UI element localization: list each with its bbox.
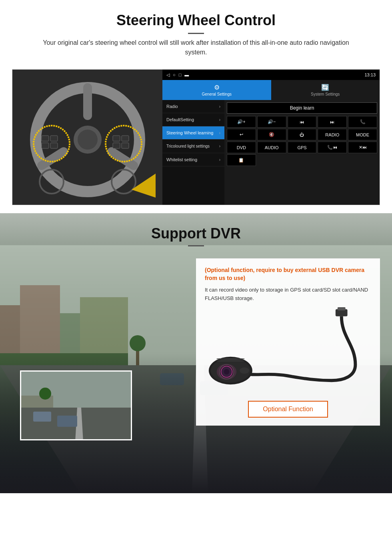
svg-rect-16 (122, 143, 129, 148)
steering-description: Your original car's steering wheel contr… (32, 38, 360, 57)
svg-rect-15 (113, 143, 120, 148)
menu-whitelist-label: Whitelist setting (166, 157, 197, 162)
vol-down-btn[interactable]: 🔊− (257, 116, 286, 128)
svg-rect-14 (122, 136, 129, 141)
mute-btn[interactable]: 🔇 (257, 129, 286, 140)
nav-menu[interactable]: ▬ (184, 72, 189, 78)
chevron-right-icon-3: › (219, 131, 220, 135)
title-divider (188, 33, 204, 34)
steering-photo (12, 70, 162, 205)
dvr-info-card: (Optional function, require to buy exter… (196, 258, 380, 426)
android-statusbar: ◁ ○ □ ▬ 13:13 (162, 70, 380, 80)
nav-back[interactable]: ◁ (166, 72, 170, 78)
dvd-btn[interactable]: DVD (227, 142, 256, 153)
tab-system-label: System Settings (311, 92, 340, 96)
svg-rect-13 (113, 136, 120, 141)
content-panel: Begin learn 🔊+ 🔊− ⏮ ⏭ 📞 ↩ 🔇 ⏻ RADIO MODE (224, 100, 380, 205)
mode-btn[interactable]: MODE (348, 129, 377, 140)
svg-rect-10 (50, 136, 58, 141)
chevron-right-icon-2: › (219, 118, 220, 122)
dvr-content-row: (Optional function, require to buy exter… (12, 258, 380, 440)
phone-next-btn[interactable]: ✕⏭ (348, 142, 377, 153)
dvr-description: It can record video only to storage in G… (205, 286, 371, 303)
chevron-right-icon-4: › (219, 144, 220, 148)
svg-rect-37 (57, 416, 77, 427)
menu-steering-label: Steering Wheel learning (166, 130, 213, 135)
chevron-right-icon-5: › (219, 158, 220, 162)
dvr-section: Support DVR (Optional function, require … (0, 213, 392, 493)
menu-radio[interactable]: Radio › (162, 100, 224, 113)
dvr-title-area: Support DVR (0, 213, 392, 250)
dvr-left-col (12, 258, 188, 440)
svg-point-51 (217, 364, 237, 380)
audio-btn[interactable]: AUDIO (257, 142, 286, 153)
svg-rect-12 (50, 143, 58, 148)
gps-btn[interactable]: GPS (288, 142, 317, 153)
steering-composite: ◁ ○ □ ▬ 13:13 ⚙ General Settings 🔄 Syste… (12, 69, 380, 205)
tab-general-label: General Settings (202, 92, 232, 96)
steering-section: Steering Wheel Control Your original car… (0, 0, 392, 205)
control-grid: 🔊+ 🔊− ⏮ ⏭ 📞 ↩ 🔇 ⏻ RADIO MODE DVD AUDIO G… (227, 116, 377, 166)
menu-list: Radio › DefaultSetting › Steering Wheel … (162, 100, 224, 205)
next-btn[interactable]: ⏭ (318, 116, 347, 128)
dvr-divider (188, 245, 204, 246)
gear-icon: ⚙ (214, 84, 220, 91)
dvr-optional-btn-row: Optional Function (205, 401, 371, 418)
phone-prev-btn[interactable]: 📞⏮ (318, 142, 347, 153)
dvr-title: Support DVR (0, 225, 392, 242)
phone-btn[interactable]: 📞 (348, 116, 377, 128)
vol-up-btn[interactable]: 🔊+ (227, 116, 256, 128)
android-screen: ◁ ○ □ ▬ 13:13 ⚙ General Settings 🔄 Syste… (162, 70, 380, 205)
svg-rect-41 (338, 307, 346, 310)
android-tabs: ⚙ General Settings 🔄 System Settings (162, 80, 380, 100)
prev-btn[interactable]: ⏮ (288, 116, 317, 128)
svg-rect-11 (42, 143, 49, 148)
chevron-right-icon: › (219, 104, 220, 109)
menu-default-label: DefaultSetting (166, 117, 194, 122)
svg-point-52 (240, 367, 249, 374)
hangup-btn[interactable]: ↩ (227, 129, 256, 140)
svg-point-6 (78, 130, 98, 150)
radio-btn[interactable]: RADIO (318, 129, 347, 140)
menu-tricoloured[interactable]: Tricoloured light settings › (162, 140, 224, 153)
svg-point-39 (39, 388, 51, 400)
dvr-optional-text: (Optional function, require to buy exter… (205, 266, 371, 282)
extra-btn[interactable]: 📋 (227, 154, 256, 166)
steering-title: Steering Wheel Control (8, 12, 384, 29)
menu-default-setting[interactable]: DefaultSetting › (162, 113, 224, 126)
dvr-thumbnail (20, 370, 132, 440)
menu-tricoloured-label: Tricoloured light settings (166, 144, 210, 149)
menu-radio-label: Radio (166, 104, 178, 109)
menu-whitelist[interactable]: Whitelist setting › (162, 153, 224, 166)
svg-rect-9 (42, 136, 49, 141)
system-icon: 🔄 (321, 84, 329, 91)
svg-rect-36 (33, 412, 51, 422)
dvr-camera-image (205, 303, 371, 395)
dvr-right-col: (Optional function, require to buy exter… (196, 258, 380, 432)
steering-title-area: Steering Wheel Control Your original car… (0, 0, 392, 61)
begin-learn-row: Begin learn (227, 102, 377, 114)
dvr-camera-svg (205, 305, 371, 393)
steering-wheel-svg (20, 74, 156, 202)
nav-home[interactable]: ○ (173, 72, 176, 78)
power-btn[interactable]: ⏻ (288, 129, 317, 140)
begin-learn-button[interactable]: Begin learn (227, 102, 377, 114)
android-body: Radio › DefaultSetting › Steering Wheel … (162, 100, 380, 205)
nav-recent[interactable]: □ (179, 72, 182, 78)
tab-system-settings[interactable]: 🔄 System Settings (271, 80, 380, 100)
dvr-thumb-svg (21, 372, 132, 440)
optional-function-button[interactable]: Optional Function (248, 401, 328, 418)
statusbar-nav: ◁ ○ □ ▬ (166, 72, 189, 78)
menu-steering-wheel[interactable]: Steering Wheel learning › (162, 126, 224, 140)
statusbar-time: 13:13 (364, 72, 376, 77)
tab-general-settings[interactable]: ⚙ General Settings (162, 80, 271, 100)
